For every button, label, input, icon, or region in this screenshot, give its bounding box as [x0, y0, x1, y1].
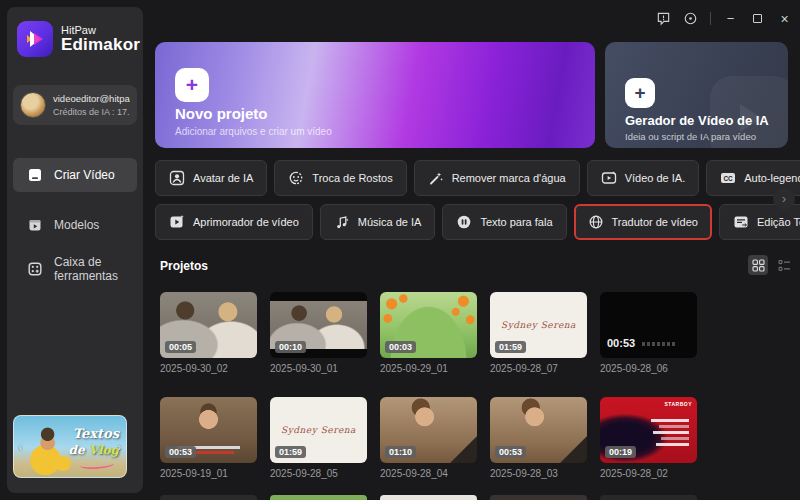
create-video-icon: [27, 167, 43, 183]
text-edit-icon: [733, 214, 749, 230]
plus-icon: +: [175, 68, 209, 102]
duration-badge: 01:10: [385, 446, 416, 458]
project-thumbnail: Sydney Serena 01:59: [490, 292, 587, 358]
project-name: 2025-09-28_07: [490, 363, 587, 374]
project-name: 2025-09-19_01: [160, 468, 257, 479]
ai-music-icon: [334, 214, 350, 230]
project-name: 2025-09-28_03: [490, 468, 587, 479]
duration-badge: 00:03: [385, 341, 416, 353]
ai-video-generator-banner[interactable]: + Gerador de Vídeo de IA Ideia ou script…: [605, 42, 788, 148]
watermark-remover-button[interactable]: Remover marca d'água: [414, 160, 580, 196]
settings-icon[interactable]: [683, 11, 698, 26]
project-thumbnail[interactable]: [270, 495, 367, 500]
project-thumbnail[interactable]: [490, 495, 587, 500]
features-scroll-next-button[interactable]: ›: [773, 188, 795, 210]
user-account-card[interactable]: videoeditor@hitpa... Créditos de IA : 17…: [13, 85, 137, 125]
feature-label: Remover marca d'água: [452, 172, 566, 184]
project-card[interactable]: 00:53 2025-09-19_01: [160, 397, 257, 479]
face-swap-button[interactable]: Troca de Rostos: [274, 160, 406, 196]
project-thumbnail: 00:53: [160, 397, 257, 463]
project-thumbnail[interactable]: [160, 495, 257, 500]
feature-label: Avatar de IA: [193, 172, 253, 184]
project-card[interactable]: Sydney Serena 01:59 2025-09-28_05: [270, 397, 367, 479]
sidebar-item-label: Caixa de ferramentas: [54, 255, 123, 283]
ai-video-button[interactable]: Vídeo de IA.: [587, 160, 700, 196]
sidebar-item-create-video[interactable]: Criar Vídeo: [13, 158, 137, 192]
ai-music-button[interactable]: Música de IA: [320, 204, 436, 240]
avatar-icon: [169, 170, 185, 186]
video-translator-button[interactable]: Tradutor de vídeo: [574, 204, 712, 240]
toolbox-icon: [27, 261, 43, 277]
promo-signature-squiggle: [80, 459, 115, 470]
svg-text:CC: CC: [724, 175, 734, 182]
project-thumbnail: 00:53: [490, 397, 587, 463]
banner-title: Novo projeto: [175, 105, 268, 122]
feature-label: Aprimorador de vídeo: [193, 216, 299, 228]
projects-grid-row-2: 00:53 2025-09-19_01 Sydney Serena 01:59 …: [160, 397, 697, 479]
project-name: 2025-09-28_02: [600, 468, 697, 479]
sidebar-item-templates[interactable]: Modelos: [13, 208, 137, 242]
view-toggle: [748, 255, 794, 275]
ai-credits: Créditos de IA : 17...: [53, 107, 130, 117]
promo-banner-vlog-texts[interactable]: Textos de Vlog ‹ ›: [13, 415, 127, 478]
lyric-line: [653, 431, 689, 434]
duration-badge: 00:19: [605, 446, 636, 458]
promo-title-line1: Textos: [73, 426, 119, 441]
duration-badge: 01:59: [495, 341, 526, 353]
illegible-subtitle-text: [642, 342, 676, 346]
sidebar: HitPaw Edimakor videoeditor@hitpa... Cré…: [7, 7, 143, 493]
projects-section-title: Projetos: [160, 259, 208, 273]
edimakor-logo-icon: [17, 21, 53, 57]
text-edit-button[interactable]: Edição Texto: [719, 204, 800, 240]
project-thumbnail[interactable]: [380, 495, 477, 500]
project-card[interactable]: 00:05 2025-09-30_02: [160, 292, 257, 374]
maximize-icon[interactable]: [750, 11, 765, 26]
project-name: 2025-09-29_01: [380, 363, 477, 374]
project-card[interactable]: 01:10 2025-09-28_04: [380, 397, 477, 479]
list-view-icon[interactable]: [774, 255, 794, 275]
thumbnail-overlay-title: STARBOY: [664, 401, 692, 407]
minimize-icon[interactable]: −: [723, 11, 738, 26]
feature-row-1: Avatar de IA Troca de Rostos Remover mar…: [155, 160, 800, 196]
sidebar-item-label: Criar Vídeo: [54, 168, 115, 182]
duration-badge: 00:53: [165, 446, 196, 458]
video-enhancer-icon: [169, 214, 185, 230]
duration-badge: 00:05: [165, 341, 196, 353]
user-email: videoeditor@hitpa...: [53, 93, 130, 104]
projects-grid-row-1: 00:05 2025-09-30_02 00:10 2025-09-30_01 …: [160, 292, 697, 374]
duration-badge: 00:53: [495, 446, 526, 458]
project-card[interactable]: Sydney Serena 01:59 2025-09-28_07: [490, 292, 587, 374]
project-card[interactable]: 00:10 2025-09-30_01: [270, 292, 367, 374]
project-thumbnail[interactable]: [600, 495, 697, 500]
project-card[interactable]: STARBOY 00:19 2025-09-28_02: [600, 397, 697, 479]
project-name: 2025-09-28_06: [600, 363, 697, 374]
feature-label: Auto-legendas: [744, 172, 800, 184]
project-card[interactable]: 00:03 2025-09-29_01: [380, 292, 477, 374]
text-to-speech-button[interactable]: Texto para fala: [442, 204, 566, 240]
feature-label: Troca de Rostos: [312, 172, 392, 184]
feature-label: Texto para fala: [480, 216, 552, 228]
promo-next-button[interactable]: ›: [114, 442, 125, 453]
feature-label: Vídeo de IA.: [625, 172, 686, 184]
app-logo: HitPaw Edimakor: [17, 21, 140, 57]
ai-avatar-button[interactable]: Avatar de IA: [155, 160, 267, 196]
sidebar-item-toolbox[interactable]: Caixa de ferramentas: [13, 252, 137, 286]
project-card[interactable]: 00:53 2025-09-28_03: [490, 397, 587, 479]
project-thumbnail: Sydney Serena 01:59: [270, 397, 367, 463]
lyric-line: [659, 425, 689, 428]
window-controls: − ×: [656, 11, 792, 26]
project-name: 2025-09-28_04: [380, 468, 477, 479]
thumbnail-title-text: Sydney Serena: [501, 320, 576, 330]
new-project-banner[interactable]: + Novo projeto Adicionar arquivos e cria…: [155, 42, 595, 148]
promo-prev-button[interactable]: ‹: [15, 442, 26, 453]
grid-view-icon[interactable]: [748, 255, 768, 275]
close-icon[interactable]: ×: [777, 11, 792, 26]
feature-label: Edição Texto: [757, 216, 800, 228]
app-window: HitPaw Edimakor videoeditor@hitpa... Cré…: [0, 0, 800, 500]
feedback-icon[interactable]: [656, 11, 671, 26]
templates-icon: [27, 217, 43, 233]
project-card[interactable]: 00:53 2025-09-28_06: [600, 292, 697, 374]
video-enhancer-button[interactable]: Aprimorador de vídeo: [155, 204, 313, 240]
lyric-line: [651, 419, 689, 422]
project-thumbnail: 00:53: [600, 292, 697, 358]
